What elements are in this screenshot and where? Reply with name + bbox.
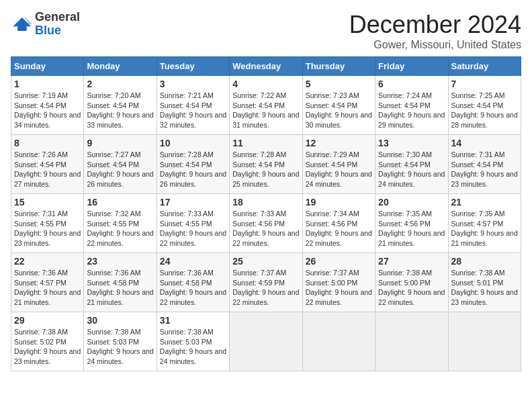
logo-icon [11,15,32,34]
table-row: 8Sunrise: 7:26 AMSunset: 4:54 PMDaylight… [11,135,84,194]
svg-marker-0 [13,17,31,31]
table-row: 18Sunrise: 7:33 AMSunset: 4:56 PMDayligh… [230,194,302,253]
calendar: Sunday Monday Tuesday Wednesday Thursday… [11,56,521,371]
table-row: 27Sunrise: 7:38 AMSunset: 5:00 PMDayligh… [375,253,448,312]
table-row: 9Sunrise: 7:27 AMSunset: 4:54 PMDaylight… [84,135,157,194]
table-row: 13Sunrise: 7:30 AMSunset: 4:54 PMDayligh… [375,135,448,194]
table-row: 6Sunrise: 7:24 AMSunset: 4:54 PMDaylight… [375,76,448,135]
calendar-week-row: 29Sunrise: 7:38 AMSunset: 5:02 PMDayligh… [11,312,521,371]
table-row: 29Sunrise: 7:38 AMSunset: 5:02 PMDayligh… [11,312,84,371]
table-row: 2Sunrise: 7:20 AMSunset: 4:54 PMDaylight… [84,76,157,135]
col-wednesday: Wednesday [230,57,302,76]
table-row: 14Sunrise: 7:31 AMSunset: 4:54 PMDayligh… [448,135,521,194]
table-row: 25Sunrise: 7:37 AMSunset: 4:59 PMDayligh… [230,253,302,312]
table-row: 28Sunrise: 7:38 AMSunset: 5:01 PMDayligh… [448,253,521,312]
calendar-week-row: 8Sunrise: 7:26 AMSunset: 4:54 PMDaylight… [11,135,521,194]
table-row [375,312,448,371]
table-row: 19Sunrise: 7:34 AMSunset: 4:56 PMDayligh… [302,194,375,253]
location: Gower, Missouri, United States [349,39,521,51]
col-saturday: Saturday [448,57,521,76]
calendar-week-row: 1Sunrise: 7:19 AMSunset: 4:54 PMDaylight… [11,76,521,135]
calendar-week-row: 22Sunrise: 7:36 AMSunset: 4:57 PMDayligh… [11,253,521,312]
table-row: 20Sunrise: 7:35 AMSunset: 4:56 PMDayligh… [375,194,448,253]
col-monday: Monday [84,57,157,76]
table-row: 23Sunrise: 7:36 AMSunset: 4:58 PMDayligh… [84,253,157,312]
col-friday: Friday [375,57,448,76]
table-row: 31Sunrise: 7:38 AMSunset: 5:03 PMDayligh… [157,312,229,371]
logo-general: General [35,11,80,24]
table-row [448,312,521,371]
col-thursday: Thursday [302,57,375,76]
table-row: 1Sunrise: 7:19 AMSunset: 4:54 PMDaylight… [11,76,84,135]
title-area: December 2024 Gower, Missouri, United St… [349,11,521,51]
table-row: 15Sunrise: 7:31 AMSunset: 4:55 PMDayligh… [11,194,84,253]
calendar-header-row: Sunday Monday Tuesday Wednesday Thursday… [11,57,521,76]
col-sunday: Sunday [11,57,84,76]
table-row: 4Sunrise: 7:22 AMSunset: 4:54 PMDaylight… [230,76,302,135]
table-row: 12Sunrise: 7:29 AMSunset: 4:54 PMDayligh… [302,135,375,194]
header: General Blue December 2024 Gower, Missou… [11,11,521,51]
table-row: 10Sunrise: 7:28 AMSunset: 4:54 PMDayligh… [157,135,229,194]
table-row: 26Sunrise: 7:37 AMSunset: 5:00 PMDayligh… [302,253,375,312]
table-row: 17Sunrise: 7:33 AMSunset: 4:55 PMDayligh… [157,194,229,253]
table-row: 5Sunrise: 7:23 AMSunset: 4:54 PMDaylight… [302,76,375,135]
calendar-week-row: 15Sunrise: 7:31 AMSunset: 4:55 PMDayligh… [11,194,521,253]
logo-text: General Blue [35,11,80,38]
table-row: 11Sunrise: 7:28 AMSunset: 4:54 PMDayligh… [230,135,302,194]
table-row: 24Sunrise: 7:36 AMSunset: 4:58 PMDayligh… [157,253,229,312]
col-tuesday: Tuesday [157,57,229,76]
table-row [230,312,302,371]
table-row: 30Sunrise: 7:38 AMSunset: 5:03 PMDayligh… [84,312,157,371]
table-row: 3Sunrise: 7:21 AMSunset: 4:54 PMDaylight… [157,76,229,135]
logo: General Blue [11,11,80,38]
table-row: 7Sunrise: 7:25 AMSunset: 4:54 PMDaylight… [448,76,521,135]
table-row [302,312,375,371]
table-row: 21Sunrise: 7:35 AMSunset: 4:57 PMDayligh… [448,194,521,253]
table-row: 16Sunrise: 7:32 AMSunset: 4:55 PMDayligh… [84,194,157,253]
month-title: December 2024 [349,11,521,39]
logo-blue: Blue [35,24,80,38]
table-row: 22Sunrise: 7:36 AMSunset: 4:57 PMDayligh… [11,253,84,312]
